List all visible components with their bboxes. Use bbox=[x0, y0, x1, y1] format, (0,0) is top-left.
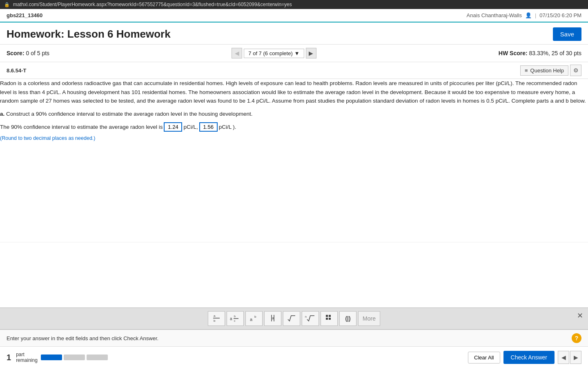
round-note: (Round to two decimal places as needed.) bbox=[0, 134, 588, 142]
question-selector[interactable]: 7 of 7 (6 complete) ▼ bbox=[244, 49, 304, 58]
fraction-icon: ab bbox=[212, 313, 221, 316]
nth-root-button[interactable]: n bbox=[302, 311, 319, 316]
prev-question-button[interactable]: ◀ bbox=[232, 48, 242, 58]
answer-input-2[interactable] bbox=[199, 122, 218, 132]
math-toolbar-container: ab abc ab a bbox=[0, 307, 588, 316]
gear-icon: ⚙ bbox=[573, 67, 579, 74]
browser-bar: 🔒 mathxl.com/Student/PlayerHomework.aspx… bbox=[0, 0, 588, 9]
matrix-icon bbox=[325, 314, 334, 316]
superscript-icon: ab bbox=[249, 314, 258, 316]
svg-text:b: b bbox=[254, 315, 256, 316]
more-button[interactable]: More bbox=[358, 311, 380, 316]
settings-button[interactable]: ⚙ bbox=[570, 65, 581, 76]
question-help-label: Question Help bbox=[530, 67, 564, 74]
score-nav: ◀ 7 of 7 (6 complete) ▼ ▶ bbox=[232, 48, 316, 58]
square-root-button[interactable] bbox=[283, 311, 300, 316]
score-left: Score: 0 of 5 pts bbox=[7, 50, 49, 56]
score-label: Score: bbox=[7, 50, 24, 56]
hw-score-value: 83.33%, 25 of 30 pts bbox=[529, 50, 581, 56]
svg-text:n: n bbox=[305, 315, 307, 316]
part-a-label: a. Construct a 90% confidence interval t… bbox=[0, 110, 588, 119]
score-right: HW Score: 83.33%, 25 of 30 pts bbox=[499, 50, 581, 56]
score-value: 0 of 5 pts bbox=[26, 50, 49, 56]
unit-1: pCi/L, bbox=[183, 123, 198, 132]
unit-2: pCi/L bbox=[219, 123, 232, 132]
question-label-row: 8.6.54-T ≡ Question Help ⚙ bbox=[0, 62, 588, 79]
page-header: Homework: Lesson 6 Homework Save bbox=[0, 22, 588, 45]
help-icon: ≡ bbox=[525, 67, 528, 74]
part-a-text: Construct a 90% confidence interval to e… bbox=[6, 111, 252, 117]
sqrt-icon bbox=[287, 314, 296, 316]
mixed-number-icon: abc bbox=[229, 314, 241, 316]
svg-rect-13 bbox=[326, 315, 328, 316]
page-title: Homework: Lesson 6 Homework bbox=[7, 28, 171, 40]
browser-url: mathxl.com/Student/PlayerHomework.aspx?h… bbox=[13, 2, 292, 7]
dropdown-icon: ▼ bbox=[294, 50, 300, 56]
pipe-notation-button[interactable]: a bbox=[264, 311, 281, 316]
question-id: 8.6.54-T bbox=[7, 67, 26, 74]
superscript-button[interactable]: ab bbox=[245, 311, 263, 316]
fraction-button[interactable]: ab bbox=[208, 311, 225, 316]
problem-intro: Radon is a colorless and odorless radioa… bbox=[0, 79, 588, 105]
user-name: Anais Chantharaj-Walls bbox=[467, 12, 522, 18]
svg-text:b: b bbox=[234, 315, 236, 316]
mixed-number-button[interactable]: abc bbox=[227, 311, 244, 316]
score-row: Score: 0 of 5 pts ◀ 7 of 7 (6 complete) … bbox=[0, 45, 588, 62]
part-a-bold: a. bbox=[0, 111, 4, 117]
site-id: gbs221_13460 bbox=[7, 12, 42, 18]
svg-text:a: a bbox=[214, 314, 216, 316]
answer-input-1[interactable] bbox=[164, 122, 182, 132]
math-toolbar: ab abc ab a bbox=[208, 311, 380, 316]
paren-button[interactable]: (|) bbox=[339, 311, 356, 316]
svg-text:a: a bbox=[272, 316, 274, 316]
next-question-button[interactable]: ▶ bbox=[306, 48, 316, 58]
question-body: Radon is a colorless and odorless radioa… bbox=[0, 79, 588, 242]
svg-rect-14 bbox=[329, 315, 331, 316]
hw-score-label: HW Score: bbox=[499, 50, 528, 56]
nth-root-icon: n bbox=[305, 314, 316, 316]
close-toolbar-button[interactable]: ✕ bbox=[577, 311, 583, 316]
question-help-area: ≡ Question Help ⚙ bbox=[520, 65, 581, 76]
divider: | bbox=[535, 12, 536, 18]
pipe-icon: a bbox=[268, 314, 277, 316]
user-info: Anais Chantharaj-Walls 👤 | 07/15/20 6:20… bbox=[467, 12, 581, 18]
answer-intro-text: The 90% confidence interval to estimate … bbox=[0, 123, 163, 132]
datetime: 07/15/20 6:20 PM bbox=[539, 12, 581, 18]
save-button[interactable]: Save bbox=[553, 27, 581, 41]
paren-icon: (|) bbox=[345, 315, 350, 316]
lock-icon: 🔒 bbox=[4, 2, 10, 7]
close-icon: ✕ bbox=[577, 312, 583, 316]
question-help-button[interactable]: ≡ Question Help bbox=[520, 65, 568, 76]
answer-line: The 90% confidence interval to estimate … bbox=[0, 122, 588, 132]
question-nav-label: 7 of 7 (6 complete) bbox=[248, 50, 292, 56]
bottom-fixed: ab abc ab a bbox=[0, 307, 588, 316]
user-icon: 👤 bbox=[525, 12, 532, 18]
matrix-button[interactable] bbox=[321, 311, 338, 316]
top-nav: gbs221_13460 Anais Chantharaj-Walls 👤 | … bbox=[0, 9, 588, 22]
